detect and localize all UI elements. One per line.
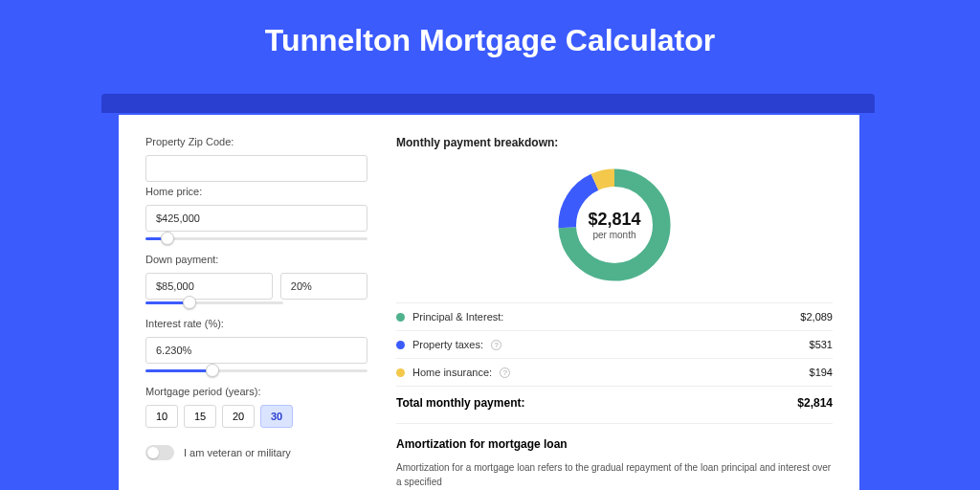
donut-container: $2,814 per month <box>396 163 833 287</box>
dot-icon <box>396 341 405 349</box>
veteran-label: I am veteran or military <box>184 447 291 458</box>
info-icon[interactable]: ? <box>491 340 501 350</box>
veteran-toggle[interactable] <box>145 445 174 460</box>
info-icon[interactable]: ? <box>500 368 510 378</box>
donut-value: $2,814 <box>588 210 640 230</box>
slider-thumb-icon[interactable] <box>183 296 196 309</box>
banner-underlay <box>101 94 875 113</box>
legend-row-principal: Principal & Interest: $2,089 <box>396 302 833 330</box>
donut-sublabel: per month <box>592 230 635 240</box>
rate-input[interactable] <box>145 337 368 364</box>
page-root: Tunnelton Mortgage Calculator Property Z… <box>0 0 980 490</box>
veteran-row: I am veteran or military <box>145 445 368 460</box>
calculator-card: Property Zip Code: Home price: Down paym… <box>119 115 859 490</box>
legend-row-insurance: Home insurance: ? $194 <box>396 358 833 386</box>
zip-label: Property Zip Code: <box>145 136 368 147</box>
slider-thumb-icon[interactable] <box>161 232 174 245</box>
legend-row-taxes: Property taxes: ? $531 <box>396 330 833 358</box>
dot-icon <box>396 313 405 322</box>
period-option-30[interactable]: 30 <box>260 405 293 428</box>
total-label: Total monthly payment: <box>396 396 524 410</box>
breakdown-panel: Monthly payment breakdown: $2,814 per mo… <box>387 115 859 490</box>
total-row: Total monthly payment: $2,814 <box>396 386 833 423</box>
period-option-20[interactable]: 20 <box>222 405 255 428</box>
donut-center: $2,814 per month <box>552 163 677 287</box>
period-group: 10 15 20 30 <box>145 405 368 428</box>
form-panel: Property Zip Code: Home price: Down paym… <box>119 115 387 490</box>
amortization-section: Amortization for mortgage loan Amortizat… <box>396 423 833 489</box>
period-label: Mortgage period (years): <box>145 386 368 397</box>
down-payment-pct-input[interactable] <box>280 273 368 300</box>
down-payment-label: Down payment: <box>145 254 368 265</box>
home-price-slider[interactable] <box>145 237 368 240</box>
down-payment-slider[interactable] <box>145 301 283 304</box>
home-price-label: Home price: <box>145 186 368 197</box>
period-option-15[interactable]: 15 <box>184 405 216 428</box>
amortization-text: Amortization for a mortgage loan refers … <box>396 460 833 489</box>
donut-chart: $2,814 per month <box>552 163 677 287</box>
page-title: Tunnelton Mortgage Calculator <box>0 0 980 79</box>
rate-label: Interest rate (%): <box>145 318 368 329</box>
legend-value: $531 <box>810 339 833 350</box>
amortization-title: Amortization for mortgage loan <box>396 437 833 451</box>
legend-label: Property taxes: <box>412 339 483 350</box>
slider-thumb-icon[interactable] <box>206 364 219 377</box>
total-value: $2,814 <box>797 396 833 410</box>
legend-value: $2,089 <box>800 311 833 323</box>
zip-input[interactable] <box>145 155 368 182</box>
home-price-input[interactable] <box>145 205 368 232</box>
legend-label: Principal & Interest: <box>412 311 503 323</box>
breakdown-title: Monthly payment breakdown: <box>396 136 833 149</box>
dot-icon <box>396 368 405 377</box>
legend-value: $194 <box>810 367 833 378</box>
rate-slider[interactable] <box>145 369 368 372</box>
columns: Property Zip Code: Home price: Down paym… <box>119 115 859 490</box>
period-option-10[interactable]: 10 <box>145 405 178 428</box>
down-payment-input[interactable] <box>145 273 273 300</box>
legend-label: Home insurance: <box>412 367 492 378</box>
